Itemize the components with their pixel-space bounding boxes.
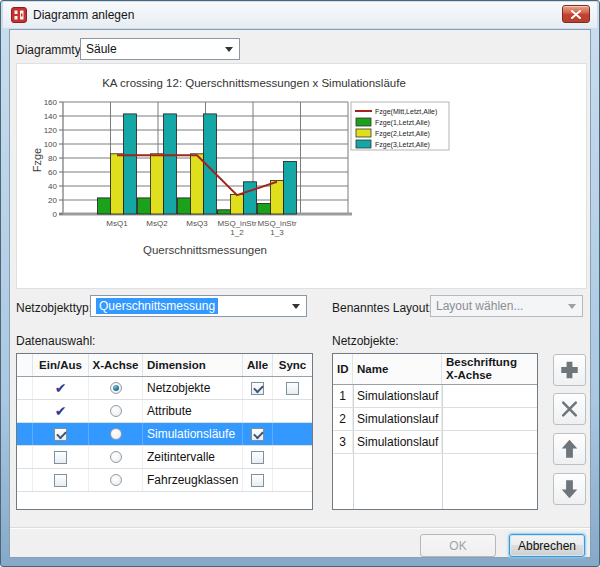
table-cell xyxy=(243,400,273,422)
move-down-button[interactable] xyxy=(553,473,586,505)
column-header: Beschriftung X-Achse xyxy=(442,354,537,384)
beschriftung-cell[interactable] xyxy=(442,408,537,430)
check-mark-icon: ✔ xyxy=(55,381,67,395)
datenauswahl-label: Datenauswahl: xyxy=(16,334,95,348)
svg-text:60: 60 xyxy=(48,168,57,177)
window-title: Diagramm anlegen xyxy=(33,8,134,22)
id-cell: 2 xyxy=(333,408,353,430)
add-button[interactable] xyxy=(553,354,586,386)
table-cell xyxy=(243,423,273,445)
chevron-down-icon xyxy=(568,304,576,309)
chart-svg: 020406080100120140160MsQ1MsQ2MsQ3MSQ_inS… xyxy=(17,64,586,288)
table-row[interactable]: Simulationsläufe xyxy=(17,423,312,446)
netzobjekte-table[interactable]: IDNameBeschriftung X-Achse1Simulationsla… xyxy=(332,353,538,510)
svg-text:0: 0 xyxy=(53,210,58,219)
table-row[interactable]: ✔Attribute xyxy=(17,400,312,423)
delete-button[interactable] xyxy=(553,393,586,425)
dimension-label: Netzobjekte xyxy=(143,377,243,399)
table-cell xyxy=(33,446,89,468)
table-cell xyxy=(17,469,33,491)
netzobjekte-header: IDNameBeschriftung X-Achse xyxy=(333,354,537,385)
table-cell xyxy=(17,423,33,445)
ein-aus-checkbox[interactable] xyxy=(54,428,67,441)
table-cell xyxy=(243,469,273,491)
column-header xyxy=(17,354,33,376)
beschriftung-cell[interactable] xyxy=(442,385,537,407)
svg-text:40: 40 xyxy=(48,182,57,191)
alle-checkbox[interactable] xyxy=(251,382,264,395)
x-achse-radio[interactable] xyxy=(110,451,122,463)
diagrammtyp-combobox[interactable]: Säule xyxy=(80,38,240,60)
svg-text:MSQ_inStr: MSQ_inStr xyxy=(217,219,256,228)
x-achse-radio[interactable] xyxy=(110,382,122,394)
svg-text:80: 80 xyxy=(48,154,57,163)
table-row[interactable]: Fahrzeugklassen xyxy=(17,469,312,492)
name-cell: Simulationslauf 2 xyxy=(353,408,442,430)
dimension-label: Fahrzeugklassen xyxy=(143,469,243,491)
cancel-button[interactable]: Abbrechen xyxy=(509,534,585,557)
titlebar[interactable]: Diagramm anlegen xyxy=(3,2,597,28)
ok-button[interactable]: OK xyxy=(420,534,496,557)
alle-checkbox[interactable] xyxy=(251,428,264,441)
svg-text:20: 20 xyxy=(48,196,57,205)
table-cell: ✔ xyxy=(33,400,89,422)
move-up-button[interactable] xyxy=(553,433,586,465)
table-row[interactable]: 3Simulationslauf 3 xyxy=(333,431,537,454)
app-icon xyxy=(11,7,27,23)
beschriftung-cell[interactable] xyxy=(442,431,537,453)
table-row[interactable]: 1Simulationslauf 1 xyxy=(333,385,537,408)
close-button[interactable] xyxy=(562,5,590,23)
svg-text:1_2: 1_2 xyxy=(230,228,244,237)
table-cell xyxy=(273,423,312,445)
table-row[interactable]: ✔Netzobjekte xyxy=(17,377,312,400)
table-cell xyxy=(17,377,33,399)
column-header: Alle xyxy=(243,354,273,376)
layout-combobox: Layout wählen... xyxy=(430,295,583,317)
table-row[interactable]: 2Simulationslauf 2 xyxy=(333,408,537,431)
datenauswahl-table[interactable]: Ein/AusX-AchseDimensionAlleSync✔Netzobje… xyxy=(16,353,313,510)
table-row[interactable]: Zeitintervalle xyxy=(17,446,312,469)
svg-text:MsQ1: MsQ1 xyxy=(106,219,128,228)
table-cell xyxy=(273,400,312,422)
table-cell xyxy=(89,400,143,422)
table-cell xyxy=(17,446,33,468)
column-header: Dimension xyxy=(143,354,243,376)
svg-text:120: 120 xyxy=(44,126,58,135)
sync-checkbox[interactable] xyxy=(286,382,299,395)
ein-aus-checkbox[interactable] xyxy=(54,474,67,487)
column-header: X-Achse xyxy=(89,354,143,376)
table-cell xyxy=(273,446,312,468)
datenauswahl-header: Ein/AusX-AchseDimensionAlleSync xyxy=(17,354,312,377)
x-achse-radio[interactable] xyxy=(110,405,122,417)
alle-checkbox[interactable] xyxy=(251,451,264,464)
plus-icon xyxy=(554,354,585,386)
layout-placeholder: Layout wählen... xyxy=(436,299,523,313)
x-icon xyxy=(554,393,585,425)
table-cell xyxy=(243,446,273,468)
netzobjekttyp-combobox[interactable]: Querschnittsmessung xyxy=(90,295,307,317)
chevron-down-icon xyxy=(225,47,233,52)
svg-text:MsQ3: MsQ3 xyxy=(186,219,208,228)
netzobjekttyp-label: Netzobjekttyp: xyxy=(16,301,92,315)
table-cell xyxy=(89,423,143,445)
svg-text:Fzge(Mitt,Letzt,Alle): Fzge(Mitt,Letzt,Alle) xyxy=(375,108,437,116)
arrow-up-icon xyxy=(554,433,585,465)
alle-checkbox[interactable] xyxy=(251,474,264,487)
column-header: ID xyxy=(333,354,353,384)
table-cell xyxy=(273,469,312,491)
name-cell: Simulationslauf 3 xyxy=(353,431,442,453)
dimension-label: Simulationsläufe xyxy=(143,423,243,445)
chevron-down-icon xyxy=(292,304,300,309)
x-achse-radio[interactable] xyxy=(110,428,122,440)
svg-text:Fzge: Fzge xyxy=(31,148,43,172)
ein-aus-checkbox[interactable] xyxy=(54,451,67,464)
check-mark-icon: ✔ xyxy=(55,404,67,418)
svg-text:100: 100 xyxy=(44,140,58,149)
svg-text:160: 160 xyxy=(44,98,58,107)
svg-text:140: 140 xyxy=(44,112,58,121)
x-achse-radio[interactable] xyxy=(110,474,122,486)
name-cell: Simulationslauf 1 xyxy=(353,385,442,407)
svg-text:Fzge(2,Letzt,Alle): Fzge(2,Letzt,Alle) xyxy=(375,130,430,138)
table-cell xyxy=(89,377,143,399)
table-cell: ✔ xyxy=(33,377,89,399)
